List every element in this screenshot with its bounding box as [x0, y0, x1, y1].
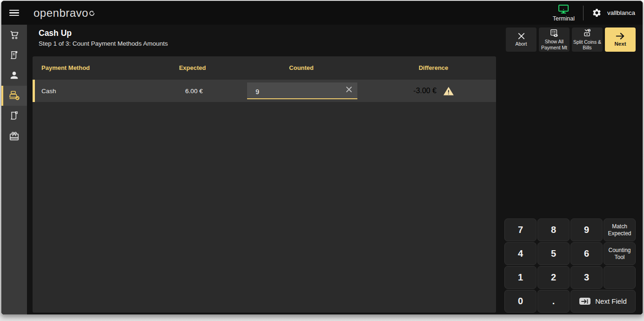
payment-methods-table: Payment Method Expected Counted Differen… [33, 56, 496, 313]
col-counted: Counted [232, 64, 371, 71]
sidebar [1, 25, 27, 314]
app-window: openbravo Terminal vallblan [1, 0, 643, 315]
tab-icon [579, 298, 590, 305]
sidebar-item-receipts[interactable] [1, 45, 27, 66]
terminal-label: Terminal [553, 15, 575, 22]
page-header: Cash Up Step 1 of 3: Count Payment Metho… [39, 28, 168, 47]
svg-text:1: 1 [589, 29, 590, 32]
table-header: Payment Method Expected Counted Differen… [33, 56, 496, 79]
topbar: openbravo Terminal vallblan [1, 1, 643, 25]
key-0[interactable]: 0 [504, 290, 537, 313]
key-4[interactable]: 4 [504, 242, 537, 265]
clear-x-icon[interactable] [345, 86, 353, 95]
warning-triangle-icon [443, 86, 454, 96]
show-all-label: Show All Payment Mt [539, 39, 570, 50]
next-field-label: Next Field [595, 297, 627, 305]
key-1[interactable]: 1 [504, 266, 537, 289]
key-counting-tool[interactable]: Counting Tool [604, 242, 636, 265]
terminal-button[interactable]: Terminal [553, 4, 575, 22]
sidebar-item-sales[interactable] [1, 25, 27, 45]
col-expected: Expected [153, 64, 232, 71]
expected-amount: 6.00 € [155, 88, 233, 95]
gift-icon [9, 131, 20, 142]
username[interactable]: vallblanca [607, 9, 635, 16]
numeric-keypad: 7 8 9 Match Expected 4 5 6 Counting Tool… [504, 219, 636, 313]
key-3[interactable]: 3 [570, 266, 603, 289]
person-icon [9, 70, 20, 81]
payment-method-name: Cash [35, 88, 155, 95]
key-5[interactable]: 5 [537, 242, 570, 265]
sidebar-item-cash-up[interactable] [1, 86, 27, 106]
receipt-icon [9, 50, 20, 61]
settings-button[interactable] [592, 8, 602, 18]
key-6[interactable]: 6 [570, 242, 603, 265]
next-button[interactable]: Next [605, 27, 636, 52]
key-2[interactable]: 2 [537, 266, 570, 289]
table-row[interactable]: Cash 6.00 € -3.00 € [33, 80, 496, 102]
counted-field-wrap [247, 82, 357, 99]
cash-register-check-icon [8, 90, 20, 101]
topbar-right: Terminal vallblanca [553, 4, 643, 22]
openbravo-logo: openbravo [34, 7, 88, 20]
coins-bills-icon: 1 [582, 29, 593, 38]
gear-icon [592, 8, 602, 18]
split-coins-bills-button[interactable]: 1 Split Coins & Bills [572, 27, 603, 52]
close-icon [517, 32, 525, 40]
logo-text: openbravo [34, 7, 88, 19]
monitor-icon [557, 4, 570, 14]
key-decimal[interactable]: . [537, 290, 570, 313]
active-indicator [1, 86, 3, 106]
logo-mark-icon [89, 6, 94, 19]
receipt-icon [9, 110, 20, 121]
hamburger-icon [9, 8, 19, 18]
key-blank[interactable] [604, 266, 636, 289]
key-8[interactable]: 8 [537, 219, 570, 241]
split-coins-label: Split Coins & Bills [572, 39, 603, 50]
abort-label: Abort [515, 41, 527, 47]
main-content: Cash Up Step 1 of 3: Count Payment Metho… [27, 25, 643, 314]
topbar-divider [583, 6, 584, 20]
key-next-field[interactable]: Next Field [570, 290, 636, 313]
next-label: Next [615, 41, 626, 47]
col-payment-method: Payment Method [33, 64, 153, 71]
page-title: Cash Up [39, 28, 168, 38]
key-7[interactable]: 7 [504, 219, 537, 241]
sidebar-item-gift-card[interactable] [1, 126, 27, 147]
page-subtitle: Step 1 of 3: Count Payment Methods Amoun… [39, 40, 168, 47]
arrow-right-icon [616, 32, 625, 40]
key-9[interactable]: 9 [570, 219, 603, 241]
key-match-expected[interactable]: Match Expected [604, 219, 636, 241]
counted-input[interactable] [247, 82, 357, 99]
sidebar-item-customers[interactable] [1, 65, 27, 86]
cart-icon [9, 29, 20, 41]
show-all-payment-methods-button[interactable]: Show All Payment Mt [539, 27, 570, 52]
abort-button[interactable]: Abort [506, 27, 537, 52]
action-bar: Abort Show All Payment Mt 1 [506, 27, 636, 52]
difference-amount: -3.00 € [413, 87, 436, 95]
sidebar-item-documents[interactable] [1, 106, 27, 126]
menu-button[interactable] [1, 1, 27, 25]
col-difference: Difference [371, 64, 496, 71]
list-eye-icon [549, 29, 559, 38]
